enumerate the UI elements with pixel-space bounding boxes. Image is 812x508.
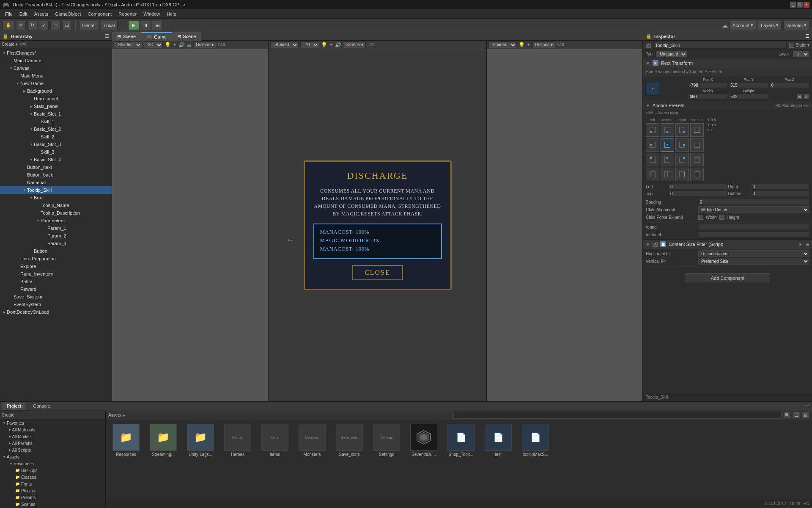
tree-item-tooltip[interactable]: ▼ Tooltip_Skill <box>0 186 112 194</box>
tab-project[interactable]: Project <box>3 402 25 410</box>
horiz-fit-select[interactable]: Unconstrained <box>698 250 809 257</box>
inspector-menu[interactable]: ☰ <box>805 33 809 39</box>
menu-reporter[interactable]: Reporter <box>115 11 140 17</box>
tree-item-btnnext[interactable]: Button_next <box>0 163 112 171</box>
scene-dim-select[interactable]: 2D <box>144 41 163 48</box>
tree-resources[interactable]: ▼ Resources <box>0 460 105 467</box>
tree-item-tooltipname[interactable]: Tooltip_Name <box>0 202 112 209</box>
transform-tool[interactable]: ⊞ <box>62 21 72 30</box>
close-btn[interactable]: × <box>804 2 809 8</box>
tree-item-statspanel[interactable]: ▶ Stats_panel <box>0 102 112 110</box>
resize-btn[interactable]: ⊠ <box>797 94 803 99</box>
asset-save-slots[interactable]: Save_slots Save_slots <box>332 424 366 457</box>
anchor-bot-center[interactable] <box>661 153 674 166</box>
asset-seventh[interactable]: SeventhDu... <box>407 424 441 457</box>
play-btn[interactable]: ▶ <box>128 21 139 30</box>
tree-item-namebar[interactable]: Namebar <box>0 179 112 186</box>
rect-transform-header[interactable]: ▼ ⊞ Rect Transform <box>643 58 812 68</box>
rect-tool[interactable]: ▭ <box>50 21 60 30</box>
asset-unity-lags[interactable]: 📁 Unity-Lags... <box>184 424 217 457</box>
asset-settings[interactable]: Settings Settings <box>370 424 403 457</box>
tree-item-firstchanges[interactable]: ▼ FirstChanges* <box>0 49 112 57</box>
project-menu-icon[interactable]: ☰ <box>805 403 809 409</box>
top-input[interactable] <box>669 190 727 196</box>
tree-item-runeinv[interactable]: Rune_Inventory <box>0 270 112 278</box>
tree-assets-root[interactable]: ▼ Assets <box>0 453 105 460</box>
menu-component[interactable]: Component <box>84 11 115 17</box>
game-shading-select[interactable]: Shaded <box>270 41 299 48</box>
game-gizmos-btn[interactable]: Gizmos ▾ <box>343 41 366 48</box>
account-btn[interactable]: Account ▾ <box>730 21 756 30</box>
scene2-gizmos-btn[interactable]: Gizmos ▾ <box>532 41 555 48</box>
height-input[interactable] <box>729 94 768 99</box>
tree-prefabs[interactable]: 📁 Prefabs <box>0 494 105 501</box>
tree-item-basicslot3[interactable]: ▼ Basic_Slot_3 <box>0 141 112 148</box>
asset-resources[interactable]: 📁 Resources <box>109 424 143 457</box>
tree-item-param3[interactable]: Param_3 <box>0 240 112 247</box>
anchor-bot-left[interactable] <box>646 153 659 166</box>
layers-btn[interactable]: Layers ▾ <box>758 21 782 30</box>
tree-item-battle[interactable]: Battle <box>0 278 112 285</box>
tree-item-explore[interactable]: Explore <box>0 262 112 270</box>
asset-heroes[interactable]: Heroes Heroes <box>221 424 255 457</box>
tree-backups[interactable]: 📁 Backups <box>0 467 105 474</box>
add-component-btn[interactable]: Add Component <box>686 273 770 282</box>
view-btn[interactable]: ⊞ <box>802 412 809 419</box>
maximize-btn[interactable]: □ <box>797 2 803 8</box>
tree-item-eventsystem[interactable]: EventSystem <box>0 301 112 308</box>
menu-gameobject[interactable]: GameObject <box>52 11 85 17</box>
asset-test[interactable]: 📄 test <box>481 424 515 457</box>
tree-item-newgame[interactable]: ▼ New Game <box>0 80 112 87</box>
tree-item-mainmenu[interactable]: Main Menu <box>0 72 112 80</box>
tree-item-params[interactable]: ▼ Parameters <box>0 217 112 224</box>
anchor-top-left[interactable] <box>646 123 659 137</box>
asset-tooltip-max[interactable]: 📄 tooltipMaxS... <box>518 424 552 457</box>
static-checkbox[interactable] <box>789 43 794 48</box>
pause-btn[interactable]: ⏸ <box>140 21 151 30</box>
tree-item-savesystem[interactable]: Save_System <box>0 293 112 301</box>
hand-tool[interactable]: ✋ <box>3 21 14 30</box>
tree-classes[interactable]: 📁 Classes <box>0 474 105 480</box>
child-align-select[interactable]: Middle Center <box>698 206 809 213</box>
anchor-stretch-left[interactable] <box>646 168 659 181</box>
anchor-mid-stretch[interactable] <box>690 138 704 152</box>
tree-all-materials[interactable]: ● All Materials <box>0 426 105 433</box>
tab-scene[interactable]: ⊞ Scene <box>112 32 141 41</box>
menu-window[interactable]: Window <box>140 11 163 17</box>
tree-item-heropanel[interactable]: Hero_panel <box>0 95 112 102</box>
asset-shop-toolt[interactable]: 📄 Shop_Toolt... <box>444 424 478 457</box>
anchor-top-center[interactable] <box>661 123 674 137</box>
spacing-input[interactable] <box>698 199 809 205</box>
bottom-input[interactable] <box>751 190 810 196</box>
pos-z-input[interactable] <box>770 82 809 88</box>
static-toggle[interactable]: Static ▾ <box>789 43 809 48</box>
tree-all-models[interactable]: ● All Models <box>0 433 105 440</box>
scene2-canvas[interactable] <box>487 49 642 401</box>
search-btn[interactable]: 🔍 <box>783 412 791 419</box>
asset-search-input[interactable] <box>453 412 782 419</box>
left-input[interactable] <box>669 184 727 190</box>
anchor-mid-left[interactable] <box>646 138 659 152</box>
game-content[interactable]: ← Discharge Consumes all your current Ma… <box>269 49 486 401</box>
tree-item-skill2[interactable]: Skill_2 <box>0 133 112 141</box>
anchor-top-right[interactable] <box>675 123 689 137</box>
anchor-bot-stretch[interactable] <box>690 153 704 166</box>
active-checkbox[interactable]: ✓ <box>646 43 651 48</box>
center-btn[interactable]: Center <box>79 21 99 30</box>
scene-shading-select[interactable]: Shaded <box>114 41 142 48</box>
csf-checkbox[interactable]: ✓ <box>653 242 658 247</box>
csf-menu-btn[interactable]: ☰ <box>806 242 809 247</box>
rotate-tool[interactable]: ↻ <box>27 21 37 30</box>
anchor-top-stretch[interactable] <box>690 123 704 137</box>
anchor-mid-center[interactable] <box>661 138 674 152</box>
tree-all-prefabs[interactable]: ● All Prefabs <box>0 440 105 447</box>
tab-scene2[interactable]: ⊞ Scene <box>172 32 201 41</box>
width-expand-checkbox[interactable] <box>698 215 703 220</box>
blueprint-btn[interactable]: ⊡ <box>804 94 809 99</box>
tree-item-button[interactable]: Button <box>0 247 112 255</box>
tree-item-basicslot2[interactable]: ▼ Basic_Slot_2 <box>0 125 112 133</box>
move-tool[interactable]: ✥ <box>16 21 26 30</box>
menu-assets[interactable]: Assets <box>31 11 52 17</box>
vert-fit-select[interactable]: Preferred Size <box>698 258 809 265</box>
minimize-btn[interactable]: _ <box>790 2 796 8</box>
